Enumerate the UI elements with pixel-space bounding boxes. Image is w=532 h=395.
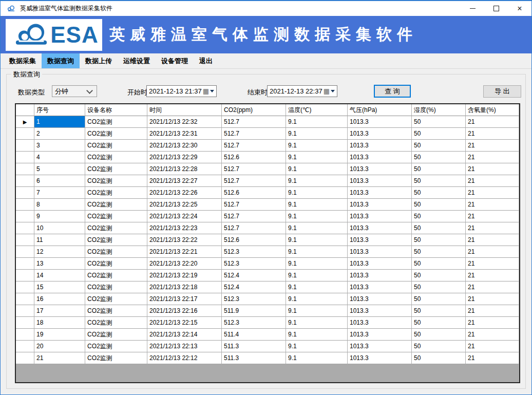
grid-cell[interactable]: 16: [34, 293, 85, 305]
grid-cell[interactable]: 512.3: [222, 246, 286, 258]
grid-cell[interactable]: 511.9: [222, 305, 286, 317]
table-row[interactable]: 16CO2监测2021/12/13 22:17512.39.11013.3502…: [16, 293, 519, 305]
grid-cell[interactable]: 9.1: [286, 211, 348, 222]
grid-cell[interactable]: 50: [412, 317, 466, 329]
grid-cell[interactable]: 50: [412, 281, 466, 293]
grid-cell[interactable]: 5: [34, 163, 85, 175]
row-header-cell[interactable]: [16, 270, 34, 281]
grid-cell[interactable]: 9.1: [286, 163, 348, 175]
grid-cell[interactable]: 1013.3: [348, 211, 412, 222]
grid-cell[interactable]: 9.1: [286, 199, 348, 211]
table-row[interactable]: 3CO2监测2021/12/13 22:30512.79.11013.35021: [16, 140, 519, 152]
row-header-cell[interactable]: [16, 317, 34, 329]
grid-cell[interactable]: 2021/12/13 22:18: [147, 281, 222, 293]
table-row[interactable]: 15CO2监测2021/12/13 22:18512.49.11013.3502…: [16, 281, 519, 293]
grid-cell[interactable]: 21: [466, 270, 519, 281]
menu-item-data-collect[interactable]: 数据采集: [4, 53, 42, 68]
row-header-cell[interactable]: [16, 128, 34, 140]
data-grid[interactable]: 序号设备名称时间CO2(ppm)温度(℃)气压(hPa)湿度(%)含氧量(%) …: [15, 103, 520, 383]
grid-cell[interactable]: CO2监测: [85, 152, 147, 163]
close-button[interactable]: ×: [508, 1, 531, 16]
grid-cell[interactable]: 2021/12/13 22:21: [147, 246, 222, 258]
grid-cell[interactable]: 50: [412, 270, 466, 281]
grid-cell[interactable]: 2021/12/13 22:17: [147, 293, 222, 305]
grid-cell[interactable]: 21: [466, 175, 519, 187]
grid-cell[interactable]: 1013.3: [348, 258, 412, 270]
grid-cell[interactable]: 15: [34, 281, 85, 293]
grid-cell[interactable]: 2021/12/13 22:30: [147, 140, 222, 152]
data-type-select[interactable]: 分钟: [52, 85, 97, 97]
grid-cell[interactable]: 21: [466, 258, 519, 270]
grid-cell[interactable]: 50: [412, 128, 466, 140]
grid-cell[interactable]: CO2监测: [85, 317, 147, 329]
grid-cell[interactable]: CO2监测: [85, 234, 147, 246]
grid-cell[interactable]: CO2监测: [85, 270, 147, 281]
grid-cell[interactable]: 50: [412, 163, 466, 175]
grid-cell[interactable]: 2021/12/13 22:25: [147, 199, 222, 211]
grid-cell[interactable]: 21: [466, 128, 519, 140]
grid-cell[interactable]: 2021/12/13 22:24: [147, 211, 222, 222]
grid-cell[interactable]: 2021/12/13 22:22: [147, 234, 222, 246]
grid-cell[interactable]: CO2监测: [85, 222, 147, 234]
grid-cell[interactable]: 10: [34, 222, 85, 234]
row-header-cell[interactable]: [16, 163, 34, 175]
row-header-cell[interactable]: [16, 341, 34, 352]
grid-cell[interactable]: 512.6: [222, 234, 286, 246]
table-row[interactable]: 4CO2监测2021/12/13 22:29512.69.11013.35021: [16, 152, 519, 163]
grid-cell[interactable]: 512.6: [222, 152, 286, 163]
row-header-cell[interactable]: [16, 175, 34, 187]
row-header-cell[interactable]: [16, 281, 34, 293]
grid-cell[interactable]: 511.3: [222, 352, 286, 364]
grid-cell[interactable]: 2: [34, 128, 85, 140]
grid-cell[interactable]: 9.1: [286, 246, 348, 258]
menu-item-device-manage[interactable]: 设备管理: [156, 53, 194, 68]
grid-cell[interactable]: 1013.3: [348, 140, 412, 152]
grid-cell[interactable]: 21: [466, 317, 519, 329]
grid-cell[interactable]: CO2监测: [85, 281, 147, 293]
grid-cell[interactable]: 50: [412, 175, 466, 187]
grid-cell[interactable]: 18: [34, 317, 85, 329]
grid-cell[interactable]: 1013.3: [348, 152, 412, 163]
start-time-picker[interactable]: 2021-12-13 21:37 ▦: [146, 85, 217, 97]
grid-cell[interactable]: 1013.3: [348, 175, 412, 187]
grid-cell[interactable]: 1013.3: [348, 305, 412, 317]
grid-cell[interactable]: 9.1: [286, 305, 348, 317]
grid-cell[interactable]: 9: [34, 211, 85, 222]
grid-cell[interactable]: 2021/12/13 22:28: [147, 163, 222, 175]
row-header-cell[interactable]: [16, 329, 34, 341]
grid-cell[interactable]: 512.4: [222, 281, 286, 293]
grid-cell[interactable]: 1013.3: [348, 270, 412, 281]
row-header-cell[interactable]: [16, 293, 34, 305]
grid-cell[interactable]: 1013.3: [348, 329, 412, 341]
title-bar[interactable]: 英威雅温室气体监测数据采集软件 ×: [1, 1, 531, 16]
table-row[interactable]: 20CO2监测2021/12/13 22:13511.39.11013.3502…: [16, 341, 519, 352]
table-row[interactable]: 6CO2监测2021/12/13 22:27512.79.11013.35021: [16, 175, 519, 187]
grid-cell[interactable]: 21: [466, 352, 519, 364]
menu-item-exit[interactable]: 退出: [194, 53, 218, 68]
grid-cell[interactable]: 1013.3: [348, 187, 412, 199]
grid-cell[interactable]: 9.1: [286, 152, 348, 163]
grid-cell[interactable]: 20: [34, 341, 85, 352]
row-header-cell[interactable]: [16, 140, 34, 152]
grid-cell[interactable]: 11: [34, 234, 85, 246]
grid-cell[interactable]: CO2监测: [85, 246, 147, 258]
grid-cell[interactable]: 50: [412, 293, 466, 305]
menu-item-data-query[interactable]: 数据查询: [42, 53, 80, 68]
grid-cell[interactable]: 19: [34, 329, 85, 341]
grid-header-cell[interactable]: 设备名称: [85, 104, 147, 116]
grid-cell[interactable]: 511.3: [222, 341, 286, 352]
grid-cell[interactable]: 1013.3: [348, 293, 412, 305]
grid-header-cell[interactable]: 序号: [34, 104, 85, 116]
table-row[interactable]: 8CO2监测2021/12/13 22:25512.79.11013.35021: [16, 199, 519, 211]
grid-cell[interactable]: 6: [34, 175, 85, 187]
grid-cell[interactable]: 9.1: [286, 175, 348, 187]
grid-cell[interactable]: 50: [412, 199, 466, 211]
grid-cell[interactable]: 512.3: [222, 317, 286, 329]
row-header-cell[interactable]: [16, 187, 34, 199]
grid-cell[interactable]: 21: [466, 246, 519, 258]
grid-cell[interactable]: 2021/12/13 22:20: [147, 258, 222, 270]
table-row[interactable]: 10CO2监测2021/12/13 22:23512.79.11013.3502…: [16, 222, 519, 234]
table-row[interactable]: 14CO2监测2021/12/13 22:19512.49.11013.3502…: [16, 270, 519, 281]
grid-cell[interactable]: 21: [466, 222, 519, 234]
grid-header-cell[interactable]: 温度(℃): [286, 104, 348, 116]
